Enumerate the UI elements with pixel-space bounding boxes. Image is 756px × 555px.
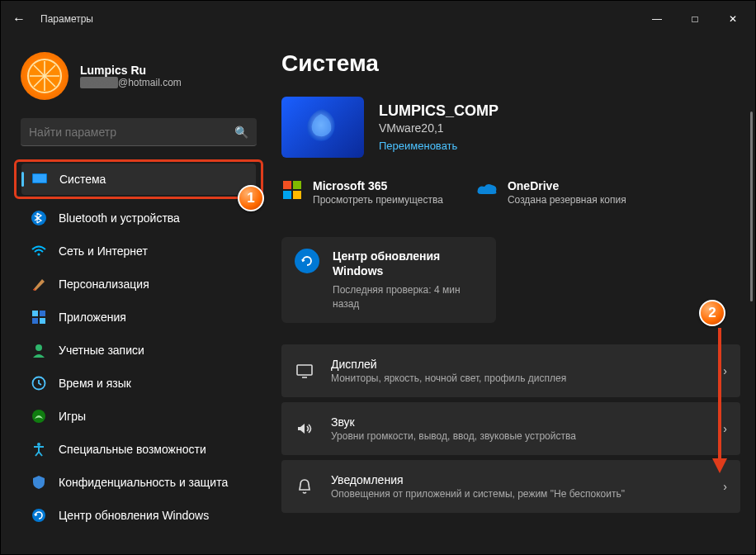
svg-rect-7	[33, 174, 46, 183]
scrollbar-thumb[interactable]	[750, 111, 753, 301]
sidebar-item-label: Приложения	[59, 311, 126, 324]
svg-rect-13	[40, 318, 45, 324]
update-subtitle: Последняя проверка: 4 мин назад	[333, 283, 483, 311]
back-button[interactable]: ←	[12, 12, 26, 26]
card-sound[interactable]: Звук Уровни громкости, вывод, ввод, звук…	[281, 402, 740, 455]
promo-onedrive[interactable]: OneDrive Создана резервная копия	[476, 179, 626, 206]
sidebar-item-system[interactable]: Система	[21, 164, 256, 195]
sound-icon	[295, 419, 314, 439]
settings-cards: Дисплей Мониторы, яркость, ночной свет, …	[281, 344, 740, 513]
update-title: Центр обновления Windows	[333, 249, 483, 278]
system-icon	[31, 171, 48, 187]
microsoft365-icon	[281, 179, 303, 201]
close-button[interactable]: ✕	[714, 7, 752, 31]
wifi-icon	[31, 243, 47, 259]
person-icon	[31, 342, 47, 358]
sidebar-item-label: Центр обновления Windows	[59, 509, 209, 522]
svg-point-18	[32, 509, 45, 522]
device-row: LUMPICS_COMP VMware20,1 Переименовать	[281, 97, 740, 158]
device-name: LUMPICS_COMP	[379, 102, 498, 120]
svg-rect-10	[32, 311, 38, 316]
rename-link[interactable]: Переименовать	[379, 140, 457, 152]
settings-window: ← Параметры — □ ✕	[0, 0, 756, 555]
svg-point-14	[35, 344, 42, 351]
profile-name: Lumpics Ru	[80, 64, 182, 77]
maximize-button[interactable]: □	[676, 7, 714, 31]
sidebar-item-update[interactable]: Центр обновления Windows	[21, 500, 257, 531]
svg-point-8	[31, 211, 46, 225]
sidebar-item-label: Конфиденциальность и защита	[59, 476, 228, 489]
chevron-right-icon: ›	[723, 480, 727, 493]
svg-rect-19	[297, 365, 312, 375]
main-content: Система LUMPICS_COMP VMware20,1 Переимен…	[265, 37, 755, 554]
annotation-arrow-down	[711, 328, 729, 477]
svg-rect-11	[40, 311, 45, 316]
sidebar-item-accounts[interactable]: Учетные записи	[21, 334, 257, 366]
sidebar-item-label: Время и язык	[59, 377, 131, 390]
window-title: Параметры	[40, 13, 93, 25]
svg-marker-22	[712, 458, 727, 473]
sidebar-item-privacy[interactable]: Конфиденциальность и защита	[21, 467, 257, 498]
sidebar-item-label: Bluetooth и устройства	[59, 211, 180, 225]
bell-icon	[295, 477, 314, 496]
nav-list: Система 1 Bluetooth и устройства Сеть и …	[21, 159, 257, 531]
sidebar-item-apps[interactable]: Приложения	[21, 301, 257, 333]
device-thumbnail[interactable]	[281, 97, 364, 158]
annotation-marker-2: 2	[699, 300, 725, 326]
sidebar-item-network[interactable]: Сеть и Интернет	[21, 235, 257, 267]
sidebar-item-gaming[interactable]: Игры	[21, 401, 257, 432]
sidebar-item-time[interactable]: Время и язык	[21, 368, 257, 399]
card-title: Уведомления	[331, 473, 706, 486]
svg-point-9	[37, 253, 40, 255]
update-icon	[295, 249, 319, 273]
orange-icon	[26, 58, 63, 94]
brush-icon	[31, 276, 47, 292]
page-title: Система	[281, 50, 740, 77]
onedrive-icon	[476, 179, 498, 201]
card-subtitle: Мониторы, яркость, ночной свет, профиль …	[331, 372, 706, 384]
sidebar-item-accessibility[interactable]: Специальные возможности	[21, 434, 257, 465]
gaming-icon	[31, 408, 47, 425]
device-model: VMware20,1	[379, 121, 498, 135]
promo-subtitle: Создана резервная копия	[508, 194, 626, 206]
sidebar-item-label: Учетные записи	[59, 344, 144, 357]
annotation-marker-1: 1	[238, 185, 264, 211]
titlebar: ← Параметры — □ ✕	[1, 1, 755, 37]
svg-rect-12	[32, 318, 38, 324]
clock-icon	[31, 375, 47, 391]
card-notifications[interactable]: Уведомления Оповещения от приложений и с…	[281, 460, 740, 513]
sidebar: Lumpics Ru xxxxxxx@hotmail.com 🔍 Система	[1, 37, 265, 554]
window-controls: — □ ✕	[638, 7, 752, 31]
accessibility-icon	[31, 441, 47, 458]
apps-icon	[31, 309, 47, 325]
sidebar-item-personalization[interactable]: Персонализация	[21, 268, 257, 300]
promo-title: OneDrive	[508, 179, 626, 192]
card-title: Дисплей	[331, 358, 706, 371]
bluetooth-icon	[31, 210, 47, 226]
promo-subtitle: Просмотреть преимущества	[313, 194, 443, 206]
promo-microsoft365[interactable]: Microsoft 365 Просмотреть преимущества	[281, 179, 443, 206]
search-box[interactable]: 🔍	[21, 118, 257, 146]
search-icon: 🔍	[234, 126, 248, 139]
sidebar-item-label: Система	[59, 173, 106, 186]
sidebar-item-label: Персонализация	[59, 278, 149, 291]
update-card[interactable]: Центр обновления Windows Последняя прове…	[281, 237, 496, 323]
avatar	[21, 52, 69, 100]
promo-row: Microsoft 365 Просмотреть преимущества O…	[281, 179, 740, 206]
card-display[interactable]: Дисплей Мониторы, яркость, ночной свет, …	[281, 344, 740, 397]
search-input[interactable]	[29, 126, 234, 139]
update-icon	[31, 507, 47, 524]
shield-icon	[31, 474, 47, 491]
card-subtitle: Уровни громкости, вывод, ввод, звуковые …	[331, 430, 706, 442]
sidebar-item-label: Игры	[59, 410, 86, 423]
minimize-button[interactable]: —	[638, 7, 676, 31]
svg-point-17	[37, 443, 40, 446]
device-info: LUMPICS_COMP VMware20,1 Переименовать	[379, 102, 498, 153]
profile-email: xxxxxxx@hotmail.com	[80, 77, 182, 88]
sidebar-item-label: Сеть и Интернет	[59, 244, 148, 258]
sidebar-item-label: Специальные возможности	[59, 443, 206, 456]
sidebar-item-bluetooth[interactable]: Bluetooth и устройства	[21, 202, 257, 234]
profile-block[interactable]: Lumpics Ru xxxxxxx@hotmail.com	[21, 52, 257, 100]
annotation-highlight: Система 1	[14, 159, 263, 199]
display-icon	[295, 361, 314, 381]
